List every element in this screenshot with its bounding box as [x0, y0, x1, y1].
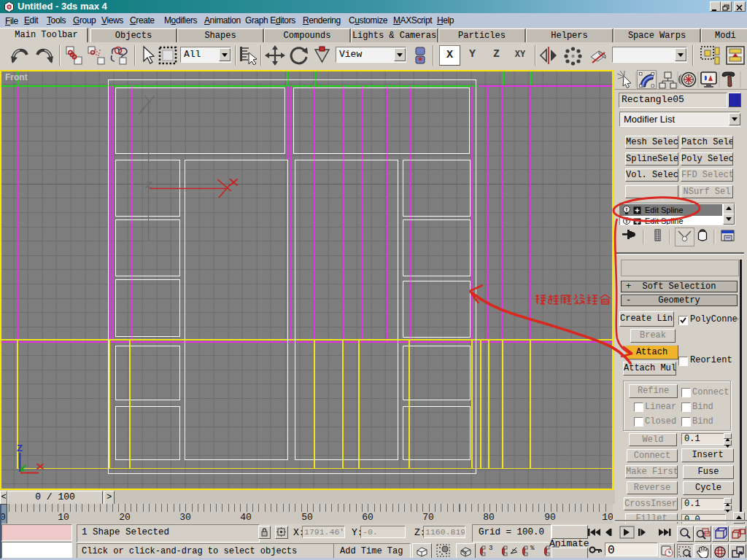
svg-text:Z: Z	[17, 443, 23, 454]
svg-text:%: %	[530, 545, 535, 552]
svg-text:3: 3	[489, 545, 492, 552]
